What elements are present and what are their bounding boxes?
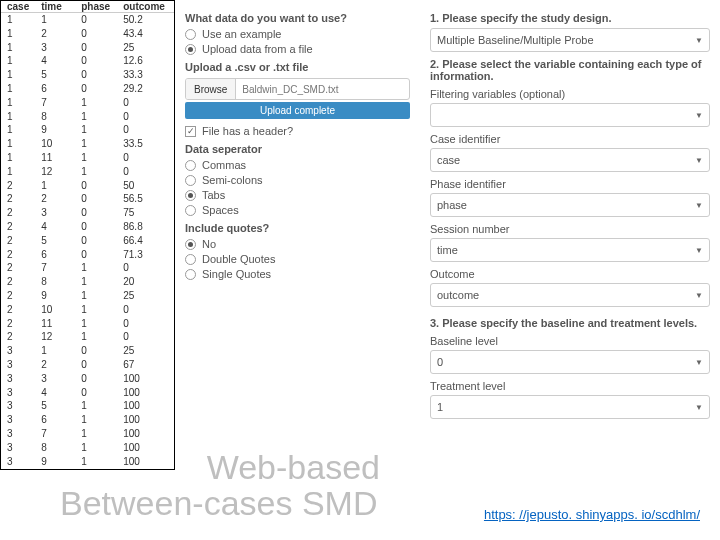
study-design-select[interactable]: Multiple Baseline/Multiple Probe ▼ xyxy=(430,28,710,52)
table-row: 21210 xyxy=(1,330,174,344)
app-url-link[interactable]: https: //jepusto. shinyapps. io/scdhlm/ xyxy=(484,507,700,522)
radio-label: Single Quotes xyxy=(202,268,271,280)
mapping-panel: 1. Please specify the study design. Mult… xyxy=(420,0,720,540)
table-row: 361100 xyxy=(1,413,174,427)
phase-select[interactable]: phase ▼ xyxy=(430,193,710,217)
chevron-down-icon: ▼ xyxy=(695,201,703,210)
radio-icon xyxy=(185,29,196,40)
table-row: 21050 xyxy=(1,179,174,193)
chevron-down-icon: ▼ xyxy=(695,291,703,300)
radio-sep-commas[interactable]: Commas xyxy=(185,159,410,171)
radio-icon xyxy=(185,205,196,216)
radio-upload-file[interactable]: Upload data from a file xyxy=(185,43,410,55)
radio-quotes-double[interactable]: Double Quotes xyxy=(185,253,410,265)
table-row: 26071.3 xyxy=(1,248,174,262)
radio-label: No xyxy=(202,238,216,250)
upload-label: Upload a .csv or .txt file xyxy=(185,61,410,73)
session-select[interactable]: time ▼ xyxy=(430,238,710,262)
radio-icon xyxy=(185,239,196,250)
case-label: Case identifier xyxy=(430,133,710,145)
column-header: phase xyxy=(75,1,117,13)
baseline-select[interactable]: 0 ▼ xyxy=(430,350,710,374)
chevron-down-icon: ▼ xyxy=(695,36,703,45)
select-value: phase xyxy=(437,199,467,211)
session-label: Session number xyxy=(430,223,710,235)
select-value: 0 xyxy=(437,356,443,368)
radio-icon xyxy=(185,160,196,171)
table-row: 12043.4 xyxy=(1,27,174,41)
table-row: 16029.2 xyxy=(1,82,174,96)
radio-sep-tabs[interactable]: Tabs xyxy=(185,189,410,201)
table-row: 21010 xyxy=(1,303,174,317)
slide-title: Web-based Between-cases SMD xyxy=(60,450,380,521)
select-value: time xyxy=(437,244,458,256)
table-row: 22056.5 xyxy=(1,192,174,206)
radio-label: Upload data from a file xyxy=(202,43,313,55)
radio-icon xyxy=(185,254,196,265)
table-row: 340100 xyxy=(1,386,174,400)
file-name: Baldwin_DC_SMD.txt xyxy=(236,79,409,99)
checkbox-has-header[interactable]: File has a header? xyxy=(185,125,410,137)
table-row: 32067 xyxy=(1,358,174,372)
column-header: case xyxy=(1,1,35,13)
table-row: 11050.2 xyxy=(1,13,174,27)
radio-label: Semi-colons xyxy=(202,174,263,186)
select-value: outcome xyxy=(437,289,479,301)
radio-sep-spaces[interactable]: Spaces xyxy=(185,204,410,216)
table-row: 31025 xyxy=(1,344,174,358)
phase-label: Phase identifier xyxy=(430,178,710,190)
outcome-select[interactable]: outcome ▼ xyxy=(430,283,710,307)
radio-label: Commas xyxy=(202,159,246,171)
table-row: 24086.8 xyxy=(1,220,174,234)
checkbox-label: File has a header? xyxy=(202,125,293,137)
quotes-label: Include quotes? xyxy=(185,222,410,234)
column-header: time xyxy=(35,1,75,13)
table-row: 25066.4 xyxy=(1,234,174,248)
table-row: 11110 xyxy=(1,151,174,165)
outcome-label: Outcome xyxy=(430,268,710,280)
table-row: 11210 xyxy=(1,165,174,179)
table-row: 14012.6 xyxy=(1,54,174,68)
radio-sep-semi[interactable]: Semi-colons xyxy=(185,174,410,186)
table-row: 351100 xyxy=(1,399,174,413)
table-row: 1810 xyxy=(1,110,174,124)
radio-label: Double Quotes xyxy=(202,253,275,265)
radio-icon xyxy=(185,175,196,186)
case-select[interactable]: case ▼ xyxy=(430,148,710,172)
table-row: 1710 xyxy=(1,96,174,110)
treatment-select[interactable]: 1 ▼ xyxy=(430,395,710,419)
table-row: 2710 xyxy=(1,261,174,275)
select-value: Multiple Baseline/Multiple Probe xyxy=(437,34,594,46)
chevron-down-icon: ▼ xyxy=(695,111,703,120)
table-row: 330100 xyxy=(1,372,174,386)
radio-label: Spaces xyxy=(202,204,239,216)
treatment-label: Treatment level xyxy=(430,380,710,392)
radio-icon xyxy=(185,190,196,201)
separator-label: Data seperator xyxy=(185,143,410,155)
table-row: 29125 xyxy=(1,289,174,303)
select-value: 1 xyxy=(437,401,443,413)
radio-use-example[interactable]: Use an example xyxy=(185,28,410,40)
table-row: 28120 xyxy=(1,275,174,289)
chevron-down-icon: ▼ xyxy=(695,246,703,255)
table-row: 15033.3 xyxy=(1,68,174,82)
chevron-down-icon: ▼ xyxy=(695,156,703,165)
chevron-down-icon: ▼ xyxy=(695,358,703,367)
file-input[interactable]: Browse Baldwin_DC_SMD.txt xyxy=(185,78,410,100)
radio-quotes-single[interactable]: Single Quotes xyxy=(185,268,410,280)
radio-label: Use an example xyxy=(202,28,282,40)
upload-progress: Upload complete xyxy=(185,102,410,119)
checkbox-icon xyxy=(185,126,196,137)
table-row: 23075 xyxy=(1,206,174,220)
table-row: 13025 xyxy=(1,41,174,55)
filter-select[interactable]: ▼ xyxy=(430,103,710,127)
table-row: 1910 xyxy=(1,123,174,137)
table-row: 110133.5 xyxy=(1,137,174,151)
chevron-down-icon: ▼ xyxy=(695,403,703,412)
select-value: case xyxy=(437,154,460,166)
filter-label: Filtering variables (optional) xyxy=(430,88,710,100)
column-header: outcome xyxy=(117,1,174,13)
radio-quotes-no[interactable]: No xyxy=(185,238,410,250)
browse-button[interactable]: Browse xyxy=(186,79,236,99)
levels-question: 3. Please specify the baseline and treat… xyxy=(430,317,710,329)
